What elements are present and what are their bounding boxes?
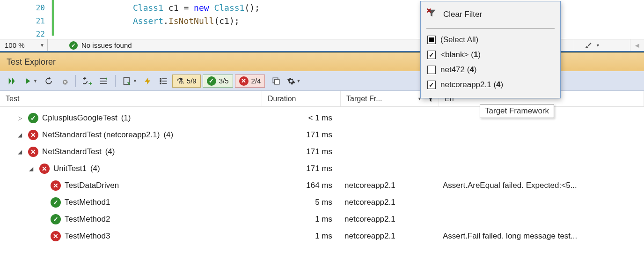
issues-status: No issues found [81, 41, 132, 49]
playlist-add-button[interactable] [80, 74, 95, 88]
expand-toggle[interactable]: ◢ [18, 143, 24, 160]
error-cell: Assert.Fail failed. long message test... [439, 228, 644, 245]
fail-icon: ✕ [28, 130, 38, 140]
code-lines[interactable]: Class1 c1 = new Class1(); Assert.IsNotNu… [133, 0, 260, 39]
zoom-dropdown[interactable]: 100 %▼ [0, 39, 48, 51]
total-count-pill[interactable]: ⚗ 5/9 [172, 75, 201, 88]
line-numbers: 20 21 22 [0, 0, 51, 39]
filter-label: netcoreapp2.1 (4) [440, 80, 503, 90]
test-name: TestDataDriven [65, 177, 119, 194]
checkbox[interactable] [427, 36, 436, 44]
test-count: (4) [105, 143, 115, 160]
filter-option[interactable]: net472 (4) [427, 62, 555, 77]
test-count: (4) [163, 127, 173, 143]
col-test[interactable]: Test [0, 91, 262, 106]
expand-toggle[interactable]: ▷ [18, 110, 24, 127]
duration-cell: 171 ms [262, 127, 341, 143]
test-name: NetStandardTest [42, 143, 102, 160]
test-row[interactable]: ✕TestDataDriven164 msnetcoreapp2.1Assert… [0, 177, 644, 194]
flask-icon: ⚗ [176, 76, 184, 86]
checkbox[interactable] [427, 51, 436, 59]
windows-button[interactable] [270, 74, 283, 88]
fail-icon: ✕ [28, 147, 38, 157]
target-cell: netcoreapp2.1 [341, 177, 439, 194]
expand-toggle[interactable]: ◢ [29, 160, 36, 177]
filter-label: (Select All) [440, 35, 478, 45]
test-tree: ▷✓CplusplusGoogleTest (1)< 1 ms◢✕NetStan… [0, 107, 644, 245]
brush-icon [584, 41, 592, 50]
duration-cell: < 1 ms [262, 110, 341, 127]
duration-cell: 5 ms [262, 194, 341, 211]
filter-popup[interactable]: Clear Filter (Select All)<blank> (1)net4… [420, 1, 561, 98]
show-in-tests-button[interactable]: ▼ [120, 74, 139, 88]
filter-option[interactable]: (Select All) [427, 32, 555, 47]
pass-icon: ✓ [28, 113, 38, 123]
test-row[interactable]: ◢✕NetStandardTest (netcoreapp2.1) (4)171… [0, 127, 644, 143]
fail-icon: ✕ [51, 180, 61, 191]
filter-option[interactable]: netcoreapp2.1 (4) [427, 77, 555, 92]
checkbox[interactable] [427, 81, 436, 89]
duration-cell: 171 ms [262, 143, 341, 160]
check-icon: ✓ [69, 41, 78, 50]
filter-option[interactable]: <blank> (1) [427, 47, 555, 62]
playlist-button[interactable] [96, 74, 110, 88]
fail-icon: ✕ [51, 231, 61, 241]
duration-cell: 1 ms [262, 228, 341, 245]
group-by-button[interactable] [156, 74, 170, 88]
run-button[interactable]: ▼ [22, 74, 40, 88]
fail-icon: ✕ [39, 164, 50, 174]
checkbox[interactable] [427, 66, 436, 74]
duration-cell: 164 ms [262, 177, 341, 194]
run-all-button[interactable] [5, 74, 20, 88]
test-name: TestMethod3 [65, 228, 110, 245]
test-row[interactable]: ◢✕UnitTest1 (4)171 ms [0, 160, 644, 177]
target-cell: netcoreapp2.1 [341, 211, 439, 228]
filter-label: <blank> (1) [440, 50, 481, 60]
test-row[interactable]: ✓TestMethod21 msnetcoreapp2.1 [0, 211, 644, 228]
test-name: TestMethod2 [65, 211, 110, 228]
col-duration[interactable]: Duration [262, 91, 341, 106]
tooltip: Target Framework [480, 104, 554, 118]
clear-filter-button[interactable]: Clear Filter [426, 8, 555, 24]
pass-icon: ✓ [51, 197, 61, 208]
fail-icon: ✕ [239, 76, 249, 86]
svg-rect-3 [275, 79, 280, 84]
test-name: UnitTest1 [53, 160, 87, 177]
test-count: (4) [90, 160, 100, 177]
test-row[interactable]: ✕TestMethod31 msnetcoreapp2.1Assert.Fail… [0, 228, 644, 245]
cleanup-dropdown[interactable]: ▼ [574, 39, 630, 51]
expand-toggle[interactable]: ◢ [18, 127, 24, 143]
test-name: NetStandardTest (netcoreapp2.1) [42, 127, 160, 143]
test-count: (1) [121, 110, 131, 127]
pass-icon: ✓ [51, 214, 61, 224]
error-cell: Assert.AreEqual failed. Expected:<5... [439, 177, 644, 194]
fail-count-pill[interactable]: ✕ 2/4 [235, 75, 265, 88]
test-row[interactable]: ✓TestMethod15 msnetcoreapp2.1 [0, 194, 644, 211]
test-name: TestMethod1 [65, 194, 110, 211]
settings-button[interactable]: ▼ [285, 74, 303, 88]
profile-button[interactable] [141, 74, 154, 88]
target-cell: netcoreapp2.1 [341, 228, 439, 245]
filter-label: net472 (4) [440, 65, 477, 75]
change-margin [51, 0, 54, 36]
duration-cell: 171 ms [262, 160, 341, 177]
clear-filter-icon [426, 8, 437, 21]
test-name: CplusplusGoogleTest [42, 110, 117, 127]
repeat-run-button[interactable] [42, 74, 56, 88]
pass-icon: ✓ [207, 76, 216, 86]
pass-count-pill[interactable]: ✓ 3/5 [203, 75, 233, 88]
target-cell: netcoreapp2.1 [341, 194, 439, 211]
stop-button[interactable] [58, 74, 71, 88]
test-row[interactable]: ◢✕NetStandardTest (4)171 ms [0, 143, 644, 160]
gear-icon [287, 77, 295, 85]
duration-cell: 1 ms [262, 211, 341, 228]
scroll-left-icon[interactable]: ◄ [630, 39, 644, 51]
